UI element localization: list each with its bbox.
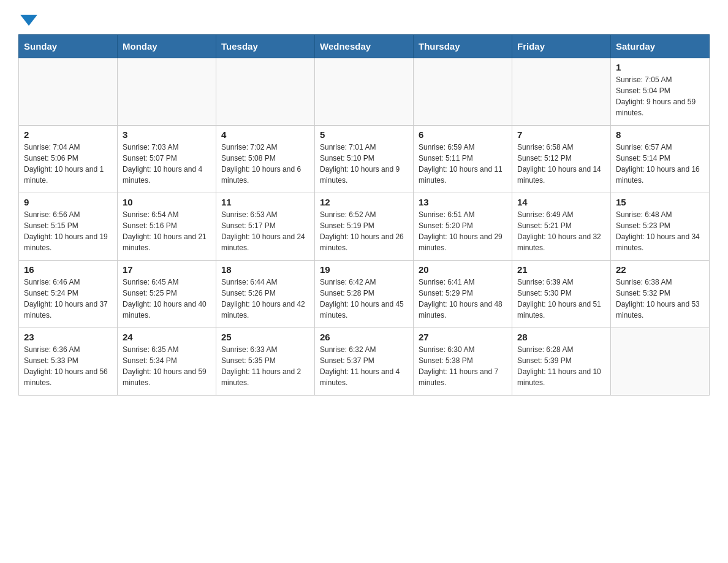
logo-general-text	[18, 12, 37, 26]
calendar-cell: 27Sunrise: 6:30 AM Sunset: 5:38 PM Dayli…	[414, 328, 512, 396]
day-number: 4	[221, 129, 309, 140]
day-info: Sunrise: 6:28 AM Sunset: 5:39 PM Dayligh…	[517, 344, 605, 388]
calendar-cell: 25Sunrise: 6:33 AM Sunset: 5:35 PM Dayli…	[216, 328, 315, 396]
day-info: Sunrise: 6:44 AM Sunset: 5:26 PM Dayligh…	[221, 277, 309, 321]
day-info: Sunrise: 6:51 AM Sunset: 5:20 PM Dayligh…	[419, 209, 507, 253]
calendar-cell: 3Sunrise: 7:03 AM Sunset: 5:07 PM Daylig…	[118, 126, 216, 193]
calendar-cell: 10Sunrise: 6:54 AM Sunset: 5:16 PM Dayli…	[118, 193, 216, 261]
day-info: Sunrise: 6:48 AM Sunset: 5:23 PM Dayligh…	[616, 209, 704, 253]
day-number: 22	[616, 264, 704, 275]
day-info: Sunrise: 6:32 AM Sunset: 5:37 PM Dayligh…	[320, 344, 408, 388]
day-info: Sunrise: 7:03 AM Sunset: 5:07 PM Dayligh…	[123, 142, 211, 186]
weekday-header-wednesday: Wednesday	[315, 35, 414, 58]
day-info: Sunrise: 6:52 AM Sunset: 5:19 PM Dayligh…	[320, 209, 408, 253]
calendar-cell: 15Sunrise: 6:48 AM Sunset: 5:23 PM Dayli…	[611, 193, 710, 261]
day-number: 24	[123, 332, 211, 342]
day-number: 23	[24, 332, 112, 342]
calendar-cell: 9Sunrise: 6:56 AM Sunset: 5:15 PM Daylig…	[19, 193, 118, 261]
calendar-cell: 14Sunrise: 6:49 AM Sunset: 5:21 PM Dayli…	[512, 193, 611, 261]
calendar-table: SundayMondayTuesdayWednesdayThursdayFrid…	[18, 34, 710, 396]
calendar-cell: 8Sunrise: 6:57 AM Sunset: 5:14 PM Daylig…	[611, 126, 710, 193]
day-info: Sunrise: 6:41 AM Sunset: 5:29 PM Dayligh…	[419, 277, 507, 321]
calendar-cell	[118, 58, 216, 126]
calendar-week-5: 23Sunrise: 6:36 AM Sunset: 5:33 PM Dayli…	[19, 328, 710, 396]
calendar-week-4: 16Sunrise: 6:46 AM Sunset: 5:24 PM Dayli…	[19, 261, 710, 328]
calendar-week-1: 1Sunrise: 7:05 AM Sunset: 5:04 PM Daylig…	[19, 58, 710, 126]
day-info: Sunrise: 6:58 AM Sunset: 5:12 PM Dayligh…	[517, 142, 605, 186]
weekday-header-sunday: Sunday	[19, 35, 118, 58]
day-number: 1	[616, 62, 704, 72]
calendar-cell: 12Sunrise: 6:52 AM Sunset: 5:19 PM Dayli…	[315, 193, 414, 261]
day-info: Sunrise: 6:36 AM Sunset: 5:33 PM Dayligh…	[24, 344, 112, 388]
day-number: 19	[320, 264, 408, 275]
calendar-cell	[19, 58, 118, 126]
calendar-week-2: 2Sunrise: 7:04 AM Sunset: 5:06 PM Daylig…	[19, 126, 710, 193]
calendar-cell: 22Sunrise: 6:38 AM Sunset: 5:32 PM Dayli…	[611, 261, 710, 328]
day-number: 25	[221, 332, 309, 342]
day-info: Sunrise: 6:56 AM Sunset: 5:15 PM Dayligh…	[24, 209, 112, 253]
day-info: Sunrise: 6:59 AM Sunset: 5:11 PM Dayligh…	[419, 142, 507, 186]
day-info: Sunrise: 7:05 AM Sunset: 5:04 PM Dayligh…	[616, 74, 704, 118]
day-number: 15	[616, 197, 704, 207]
weekday-header-thursday: Thursday	[414, 35, 512, 58]
calendar-cell: 6Sunrise: 6:59 AM Sunset: 5:11 PM Daylig…	[414, 126, 512, 193]
calendar-cell: 24Sunrise: 6:35 AM Sunset: 5:34 PM Dayli…	[118, 328, 216, 396]
day-number: 18	[221, 264, 309, 275]
day-number: 6	[419, 129, 507, 140]
day-number: 10	[123, 197, 211, 207]
day-info: Sunrise: 6:42 AM Sunset: 5:28 PM Dayligh…	[320, 277, 408, 321]
calendar-cell: 13Sunrise: 6:51 AM Sunset: 5:20 PM Dayli…	[414, 193, 512, 261]
calendar-cell: 4Sunrise: 7:02 AM Sunset: 5:08 PM Daylig…	[216, 126, 315, 193]
day-number: 9	[24, 197, 112, 207]
day-number: 27	[419, 332, 507, 342]
calendar-cell	[512, 58, 611, 126]
day-info: Sunrise: 6:49 AM Sunset: 5:21 PM Dayligh…	[517, 209, 605, 253]
day-info: Sunrise: 6:54 AM Sunset: 5:16 PM Dayligh…	[123, 209, 211, 253]
weekday-header-monday: Monday	[118, 35, 216, 58]
day-info: Sunrise: 7:04 AM Sunset: 5:06 PM Dayligh…	[24, 142, 112, 186]
day-info: Sunrise: 6:46 AM Sunset: 5:24 PM Dayligh…	[24, 277, 112, 321]
calendar-week-3: 9Sunrise: 6:56 AM Sunset: 5:15 PM Daylig…	[19, 193, 710, 261]
day-info: Sunrise: 6:38 AM Sunset: 5:32 PM Dayligh…	[616, 277, 704, 321]
calendar-header-row: SundayMondayTuesdayWednesdayThursdayFrid…	[19, 35, 710, 58]
day-info: Sunrise: 6:30 AM Sunset: 5:38 PM Dayligh…	[419, 344, 507, 388]
day-number: 3	[123, 129, 211, 140]
day-info: Sunrise: 6:45 AM Sunset: 5:25 PM Dayligh…	[123, 277, 211, 321]
day-info: Sunrise: 6:53 AM Sunset: 5:17 PM Dayligh…	[221, 209, 309, 253]
logo	[18, 12, 37, 22]
page-header	[18, 12, 710, 22]
calendar-cell: 28Sunrise: 6:28 AM Sunset: 5:39 PM Dayli…	[512, 328, 611, 396]
day-number: 12	[320, 197, 408, 207]
calendar-cell	[216, 58, 315, 126]
calendar-cell: 21Sunrise: 6:39 AM Sunset: 5:30 PM Dayli…	[512, 261, 611, 328]
day-info: Sunrise: 7:01 AM Sunset: 5:10 PM Dayligh…	[320, 142, 408, 186]
calendar-cell: 2Sunrise: 7:04 AM Sunset: 5:06 PM Daylig…	[19, 126, 118, 193]
calendar-cell: 17Sunrise: 6:45 AM Sunset: 5:25 PM Dayli…	[118, 261, 216, 328]
calendar-cell: 7Sunrise: 6:58 AM Sunset: 5:12 PM Daylig…	[512, 126, 611, 193]
day-number: 26	[320, 332, 408, 342]
calendar-cell: 5Sunrise: 7:01 AM Sunset: 5:10 PM Daylig…	[315, 126, 414, 193]
calendar-cell: 1Sunrise: 7:05 AM Sunset: 5:04 PM Daylig…	[611, 58, 710, 126]
day-number: 8	[616, 129, 704, 140]
day-info: Sunrise: 6:35 AM Sunset: 5:34 PM Dayligh…	[123, 344, 211, 388]
calendar-cell	[414, 58, 512, 126]
day-number: 20	[419, 264, 507, 275]
day-number: 14	[517, 197, 605, 207]
weekday-header-friday: Friday	[512, 35, 611, 58]
day-number: 11	[221, 197, 309, 207]
calendar-cell: 11Sunrise: 6:53 AM Sunset: 5:17 PM Dayli…	[216, 193, 315, 261]
day-number: 2	[24, 129, 112, 140]
calendar-cell	[611, 328, 710, 396]
logo-triangle-icon	[20, 15, 37, 26]
day-info: Sunrise: 6:39 AM Sunset: 5:30 PM Dayligh…	[517, 277, 605, 321]
day-number: 13	[419, 197, 507, 207]
day-number: 7	[517, 129, 605, 140]
day-number: 21	[517, 264, 605, 275]
calendar-cell: 18Sunrise: 6:44 AM Sunset: 5:26 PM Dayli…	[216, 261, 315, 328]
day-number: 5	[320, 129, 408, 140]
calendar-cell: 16Sunrise: 6:46 AM Sunset: 5:24 PM Dayli…	[19, 261, 118, 328]
day-info: Sunrise: 7:02 AM Sunset: 5:08 PM Dayligh…	[221, 142, 309, 186]
calendar-cell: 20Sunrise: 6:41 AM Sunset: 5:29 PM Dayli…	[414, 261, 512, 328]
calendar-cell: 19Sunrise: 6:42 AM Sunset: 5:28 PM Dayli…	[315, 261, 414, 328]
weekday-header-saturday: Saturday	[611, 35, 710, 58]
